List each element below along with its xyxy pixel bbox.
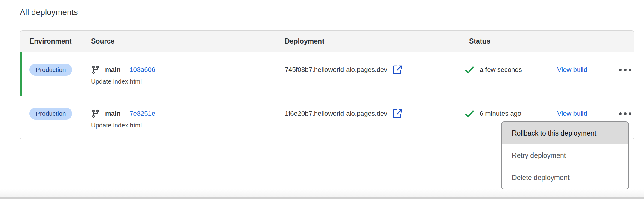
source-cell: main 108a606 Update index.html xyxy=(91,64,285,85)
deployment-url-text: 745f08b7.helloworld-aio.pages.dev xyxy=(285,66,387,74)
status-time: 6 minutes ago xyxy=(480,110,521,118)
ellipsis-menu-icon[interactable] xyxy=(618,66,633,74)
view-build-link[interactable]: View build xyxy=(557,110,587,118)
view-build-cell: View build xyxy=(557,64,618,76)
menu-item-rollback[interactable]: Rollback to this deployment xyxy=(502,122,628,144)
deployment-url-link[interactable]: 745f08b7.helloworld-aio.pages.dev xyxy=(285,64,403,75)
current-deployment-indicator xyxy=(20,52,22,96)
source-cell: main 7e8251e Update index.html xyxy=(91,108,285,129)
git-branch-icon xyxy=(91,65,100,74)
ellipsis-menu-icon[interactable] xyxy=(618,109,633,118)
deployment-cell: 745f08b7.helloworld-aio.pages.dev xyxy=(285,64,464,76)
table-header-row: Environment Source Deployment Status xyxy=(20,31,634,52)
column-header-deployment: Deployment xyxy=(285,37,464,45)
environment-badge: Production xyxy=(29,108,72,120)
commit-link[interactable]: 7e8251e xyxy=(129,110,155,118)
commit-message: Update index.html xyxy=(91,78,285,85)
deployment-context-menu: Rollback to this deployment Retry deploy… xyxy=(501,121,629,189)
row-menu-cell xyxy=(618,64,634,76)
git-branch-icon xyxy=(91,109,100,118)
bottom-fade xyxy=(0,189,644,197)
view-build-link[interactable]: View build xyxy=(557,66,587,74)
column-header-status: Status xyxy=(464,37,557,45)
branch-name: main xyxy=(105,66,120,74)
commit-message: Update index.html xyxy=(91,122,285,129)
commit-link[interactable]: 108a606 xyxy=(129,66,155,74)
deployment-url-link[interactable]: 1f6e20b7.helloworld-aio.pages.dev xyxy=(285,108,403,119)
status-cell: a few seconds xyxy=(464,64,557,76)
column-header-source: Source xyxy=(91,37,285,45)
column-header-environment: Environment xyxy=(29,37,91,45)
menu-item-retry[interactable]: Retry deployment xyxy=(502,144,628,167)
table-row-deployment-1: Production main 108a606 Update index.htm… xyxy=(20,52,634,96)
success-check-icon xyxy=(464,109,475,119)
environment-cell: Production xyxy=(29,108,91,120)
deployments-page: All deployments Environment Source Deplo… xyxy=(0,0,644,199)
deployment-url-text: 1f6e20b7.helloworld-aio.pages.dev xyxy=(285,110,387,118)
status-cell: 6 minutes ago xyxy=(464,108,557,120)
view-build-cell: View build xyxy=(557,108,618,120)
external-link-icon xyxy=(392,64,403,75)
success-check-icon xyxy=(464,65,475,75)
external-link-icon xyxy=(392,108,403,119)
status-time: a few seconds xyxy=(480,66,522,74)
environment-cell: Production xyxy=(29,64,91,76)
bottom-divider xyxy=(0,197,644,199)
row-menu-cell xyxy=(618,108,634,120)
environment-badge: Production xyxy=(29,64,72,76)
deployment-cell: 1f6e20b7.helloworld-aio.pages.dev xyxy=(285,108,464,120)
branch-name: main xyxy=(105,110,120,118)
menu-item-delete[interactable]: Delete deployment xyxy=(502,167,628,189)
page-title: All deployments xyxy=(20,8,78,17)
